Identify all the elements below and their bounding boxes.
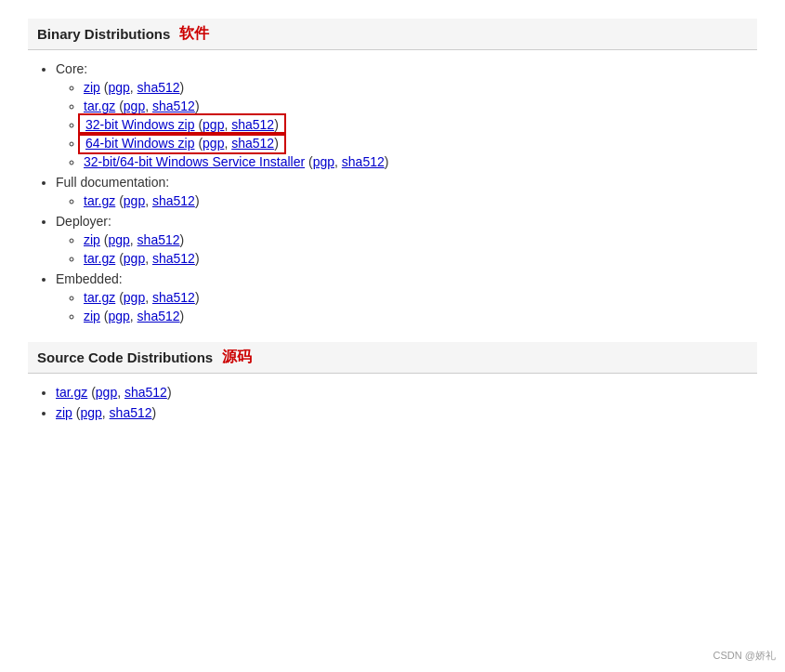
item-label: Core: <box>56 61 87 76</box>
link-main[interactable]: zip <box>84 80 100 95</box>
sub-list-item: zip (pgp, sha512) <box>84 232 757 247</box>
link-sha512[interactable]: sha512 <box>152 193 195 208</box>
link-pgp[interactable]: pgp <box>124 251 145 266</box>
link-pgp[interactable]: pgp <box>96 385 117 400</box>
sub-list-item: 64-bit Windows zip (pgp, sha512) <box>84 136 757 151</box>
section-source: Source Code Distributions源码tar.gz (pgp, … <box>28 342 757 420</box>
link-main[interactable]: zip <box>84 309 100 323</box>
link-pgp[interactable]: pgp <box>80 405 101 420</box>
sub-list-item: tar.gz (pgp, sha512) <box>84 251 757 266</box>
item-label: Deployer: <box>56 214 111 229</box>
sub-list: tar.gz (pgp, sha512) <box>56 193 757 208</box>
sub-list-item: 32-bit/64-bit Windows Service Installer … <box>84 154 757 169</box>
link-sha512[interactable]: sha512 <box>152 99 195 113</box>
watermark-label: CSDN @娇礼 <box>713 649 776 663</box>
section-title-source: Source Code Distributions <box>37 349 213 365</box>
link-main[interactable]: zip <box>84 232 100 247</box>
sub-list-item: zip (pgp, sha512) <box>84 80 757 95</box>
list-item: tar.gz (pgp, sha512) <box>56 385 757 400</box>
section-chinese-label-binary: 软件 <box>179 24 209 44</box>
link-sha512[interactable]: sha512 <box>124 385 167 400</box>
link-pgp[interactable]: pgp <box>124 290 145 305</box>
sub-list-item: tar.gz (pgp, sha512) <box>84 290 757 305</box>
section-header-binary: Binary Distributions软件 <box>28 19 757 50</box>
link-pgp[interactable]: pgp <box>108 232 129 247</box>
page-container: Binary Distributions软件Core:zip (pgp, sha… <box>0 0 785 457</box>
list-item: Core:zip (pgp, sha512)tar.gz (pgp, sha51… <box>56 61 757 169</box>
link-main[interactable]: 32-bit/64-bit Windows Service Installer <box>84 154 305 169</box>
link-pgp[interactable]: pgp <box>203 136 224 151</box>
link-main[interactable]: tar.gz <box>84 193 115 208</box>
item-label: Embedded: <box>56 271 123 286</box>
list-item: Deployer:zip (pgp, sha512)tar.gz (pgp, s… <box>56 214 757 266</box>
item-label: Full documentation: <box>56 175 169 190</box>
link-main[interactable]: tar.gz <box>84 290 115 305</box>
link-main[interactable]: tar.gz <box>84 251 115 266</box>
sub-list-item: tar.gz (pgp, sha512) <box>84 193 757 208</box>
link-pgp[interactable]: pgp <box>313 154 334 169</box>
sub-list-item: zip (pgp, sha512) <box>84 309 757 323</box>
link-main[interactable]: 64-bit Windows zip <box>85 136 195 151</box>
link-main[interactable]: tar.gz <box>56 385 87 400</box>
link-main[interactable]: tar.gz <box>84 99 115 113</box>
link-main[interactable]: zip <box>56 405 72 420</box>
link-pgp[interactable]: pgp <box>108 309 129 323</box>
link-pgp[interactable]: pgp <box>124 99 145 113</box>
section-header-source: Source Code Distributions源码 <box>28 342 757 374</box>
main-list-source: tar.gz (pgp, sha512)zip (pgp, sha512) <box>28 385 757 420</box>
list-item: Embedded:tar.gz (pgp, sha512)zip (pgp, s… <box>56 271 757 323</box>
highlighted-row: 64-bit Windows zip (pgp, sha512) <box>78 132 286 154</box>
sub-list: zip (pgp, sha512)tar.gz (pgp, sha512) <box>56 232 757 266</box>
sub-list-item: 32-bit Windows zip (pgp, sha512) <box>84 117 757 132</box>
main-list-binary: Core:zip (pgp, sha512)tar.gz (pgp, sha51… <box>28 61 757 323</box>
link-sha512[interactable]: sha512 <box>342 154 385 169</box>
link-sha512[interactable]: sha512 <box>231 117 274 132</box>
link-sha512[interactable]: sha512 <box>110 405 152 420</box>
link-sha512[interactable]: sha512 <box>152 251 195 266</box>
link-main[interactable]: 32-bit Windows zip <box>85 117 195 132</box>
link-sha512[interactable]: sha512 <box>137 232 180 247</box>
link-pgp[interactable]: pgp <box>203 117 224 132</box>
link-sha512[interactable]: sha512 <box>137 309 180 323</box>
section-title-binary: Binary Distributions <box>37 26 170 42</box>
link-sha512[interactable]: sha512 <box>152 290 195 305</box>
list-item: zip (pgp, sha512) <box>56 405 757 420</box>
section-binary: Binary Distributions软件Core:zip (pgp, sha… <box>28 19 757 323</box>
link-pgp[interactable]: pgp <box>124 193 145 208</box>
link-sha512[interactable]: sha512 <box>137 80 180 95</box>
section-chinese-label-source: 源码 <box>222 348 252 367</box>
sub-list-item: tar.gz (pgp, sha512) <box>84 99 757 113</box>
list-item: Full documentation:tar.gz (pgp, sha512) <box>56 175 757 208</box>
link-sha512[interactable]: sha512 <box>231 136 274 151</box>
sub-list: tar.gz (pgp, sha512)zip (pgp, sha512) <box>56 290 757 323</box>
sub-list: zip (pgp, sha512)tar.gz (pgp, sha512)32-… <box>56 80 757 169</box>
link-pgp[interactable]: pgp <box>108 80 129 95</box>
